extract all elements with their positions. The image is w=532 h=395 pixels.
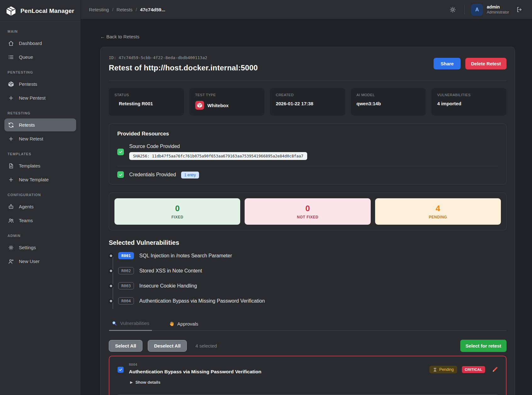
stat-label: VULNERABILITIES [437, 93, 501, 97]
sidebar-item-settings[interactable]: Settings [4, 241, 76, 254]
sidebar-item-label: New Retest [19, 136, 43, 141]
hand-icon [169, 321, 174, 326]
sidebar: PenLocal Manager MAIN Dashboard Queue PE… [0, 0, 81, 395]
hourglass-icon [433, 368, 437, 372]
user-role: Administrator [487, 10, 509, 15]
sidebar-item-new-pentest[interactable]: New Pentest [4, 91, 76, 104]
pentest-box-icon [195, 101, 204, 110]
not-fixed-summary-card: 0 NOT FIXED [245, 198, 370, 225]
credentials-label: Credentials Provided [129, 172, 176, 177]
radio-marker-icon [110, 270, 112, 272]
sidebar-item-new-user[interactable]: New User [4, 255, 76, 268]
sidebar-item-pentests[interactable]: Pentests [4, 78, 76, 91]
radio-marker-icon [110, 300, 112, 302]
sidebar-item-dashboard[interactable]: Dashboard [4, 37, 76, 50]
select-all-button[interactable]: Select All [109, 340, 142, 352]
sidebar-item-label: New Pentest [19, 95, 46, 101]
sha256-hash: SHA256: 11db47f5aa76fc761b075a90f653aa67… [129, 152, 307, 160]
plus-icon [8, 95, 14, 101]
share-button[interactable]: Share [434, 58, 461, 69]
list-item: R002 Stored XSS in Note Content [110, 267, 507, 274]
sidebar-item-label: Templates [19, 163, 40, 168]
edit-button[interactable] [491, 365, 499, 374]
not-fixed-label: NOT FIXED [297, 215, 319, 219]
sidebar-item-new-template[interactable]: New Template [4, 173, 76, 186]
list-item: R001 SQL Injection in /notes Search Para… [110, 252, 507, 259]
selected-vulnerabilities-list: R001 SQL Injection in /notes Search Para… [110, 252, 507, 304]
sidebar-nav: MAIN Dashboard Queue PENTESTING Pentests… [0, 22, 80, 271]
sidebar-item-label: Dashboard [19, 41, 42, 46]
stat-value: Whitebox [195, 101, 259, 110]
deselect-all-button[interactable]: Deselect All [148, 340, 187, 352]
app-title: PenLocal Manager [20, 8, 74, 14]
sidebar-item-agents[interactable]: Agents [4, 200, 76, 213]
users-icon [8, 217, 14, 224]
vulnerability-title: Stored XSS in Note Content [139, 268, 202, 274]
section-label-templates: TEMPLATES [8, 152, 73, 156]
user-name: admin [487, 4, 509, 10]
theme-toggle-button[interactable] [448, 5, 457, 14]
main-column: Retesting / Retests / 47c74d59... A admi… [81, 0, 532, 395]
sidebar-item-new-retest[interactable]: New Retest [4, 132, 76, 145]
breadcrumb-separator: / [136, 7, 137, 12]
gear-icon [8, 244, 14, 251]
refresh-icon [8, 122, 14, 128]
list-item: R004 Authentication Bypass via Missing P… [110, 297, 507, 304]
show-details-toggle[interactable]: ▶ Show details [130, 380, 499, 385]
vulnerability-card-row: R004 Authentication Bypass via Missing P… [116, 363, 499, 375]
credentials-info: Credentials Provided 1 entry [129, 172, 199, 178]
radio-marker-icon [110, 255, 112, 257]
sidebar-item-teams[interactable]: Teams [4, 214, 76, 227]
logout-button[interactable] [515, 5, 524, 14]
sidebar-item-label: Queue [19, 54, 33, 60]
vulnerability-checkbox[interactable] [118, 367, 124, 373]
stat-label: STATUS [114, 93, 178, 97]
header-divider [109, 80, 507, 81]
retest-detail-card: ID: 47c74d59-5cbb-4f22-8eda-dbdb400113a2… [100, 47, 515, 395]
breadcrumb-retesting[interactable]: Retesting [89, 7, 109, 12]
selected-vulnerabilities-title: Selected Vulnerabilities [109, 239, 507, 246]
breadcrumb-retests[interactable]: Retests [117, 7, 133, 12]
select-for-retest-button[interactable]: Select for retest [460, 340, 507, 352]
source-code-info: Source Code Provided SHA256: 11db47f5aa7… [129, 144, 307, 160]
delete-retest-button[interactable]: Delete Retest [465, 58, 507, 69]
section-label-main: MAIN [8, 30, 73, 33]
source-code-label: Source Code Provided [129, 144, 307, 149]
stat-value: 2026-01-22 17:38 [276, 101, 340, 106]
pending-status-badge: Pending [429, 366, 457, 373]
sidebar-item-retests[interactable]: Retests [4, 118, 76, 131]
retest-header: ID: 47c74d59-5cbb-4f22-8eda-dbdb400113a2… [109, 55, 507, 72]
vulnerability-code-badge: R004 [118, 297, 134, 304]
fixed-summary-card: 0 FIXED [114, 198, 240, 225]
fixed-label: FIXED [171, 215, 183, 219]
sidebar-item-label: Retests [19, 122, 35, 128]
list-item: R003 Insecure Cookie Handling [110, 282, 507, 289]
tab-vulnerabilities[interactable]: Vulnerabilities [109, 318, 152, 331]
back-to-retests-link[interactable]: ← Back to Retests [100, 34, 139, 39]
stat-card-status: STATUS Retesting R001 [109, 88, 184, 116]
source-code-checkbox[interactable] [117, 149, 124, 155]
stat-label: AI MODEL [357, 93, 420, 97]
page-content: ← Back to Retests ID: 47c74d59-5cbb-4f22… [81, 19, 532, 395]
sidebar-item-label: New User [19, 259, 40, 264]
vulnerability-title: Authentication Bypass via Missing Passwo… [139, 298, 265, 304]
source-code-row: Source Code Provided SHA256: 11db47f5aa7… [117, 144, 498, 166]
sidebar-item-queue[interactable]: Queue [4, 51, 76, 63]
breadcrumb-current: 47c74d59... [140, 7, 165, 12]
provided-resources-title: Provided Resources [117, 131, 498, 137]
pending-label: PENDING [429, 215, 447, 219]
tab-approvals[interactable]: Approvals [166, 318, 201, 331]
sidebar-item-templates[interactable]: Templates [4, 159, 76, 172]
topbar: Retesting / Retests / 47c74d59... A admi… [81, 0, 532, 19]
tab-label: Vulnerabilities [120, 321, 149, 326]
triangle-right-icon: ▶ [130, 381, 133, 384]
credentials-checkbox[interactable] [117, 171, 124, 178]
selection-toolbar: Select All Deselect All 4 selected Selec… [109, 340, 507, 352]
sidebar-item-label: New Template [19, 177, 49, 182]
breadcrumb-separator: / [112, 7, 113, 12]
stat-card-ai-model: AI MODEL qwen3:14b [351, 88, 426, 116]
vulnerability-card-r004: R004 Authentication Bypass via Missing P… [109, 356, 507, 395]
app-root: PenLocal Manager MAIN Dashboard Queue PE… [0, 0, 532, 395]
stat-value: 4 imported [437, 101, 501, 106]
sidebar-item-label: Agents [19, 204, 34, 209]
